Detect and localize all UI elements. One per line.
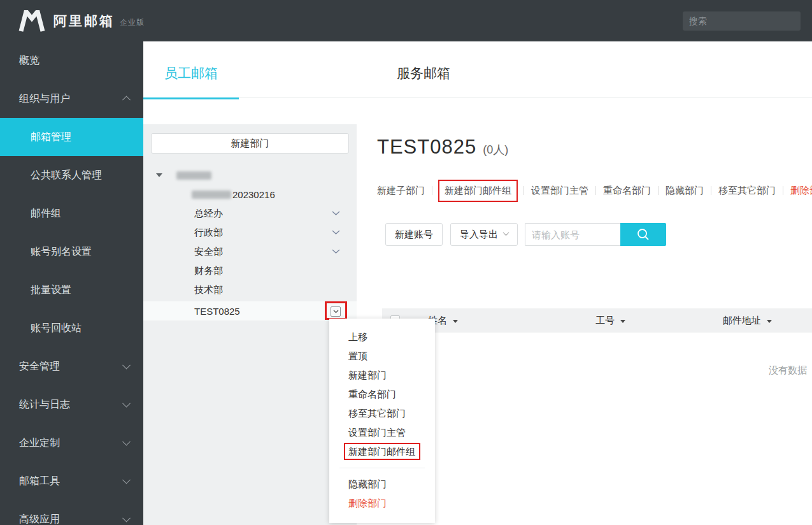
tree-row-20230216[interactable]: 20230216 bbox=[143, 185, 357, 204]
department-tree-panel: 新建部门 20230216 总经办 行政部 bbox=[143, 124, 357, 525]
department-name: TEST0825 bbox=[377, 136, 476, 159]
topbar: 阿里邮箱 企业版 bbox=[0, 0, 812, 41]
menu-item-rename-dept[interactable]: 重命名部门 bbox=[329, 385, 435, 404]
sidebar-item-mail-groups[interactable]: 邮件组 bbox=[0, 194, 143, 233]
tree-root-row[interactable] bbox=[143, 166, 357, 185]
separator bbox=[783, 186, 783, 195]
department-more-dropdown-button[interactable] bbox=[331, 306, 341, 317]
menu-divider bbox=[339, 468, 425, 468]
sidebar-item-account-recycle[interactable]: 账号回收站 bbox=[0, 309, 143, 347]
menu-item-move-dept[interactable]: 移至其它部门 bbox=[329, 404, 435, 423]
brand: 阿里邮箱 企业版 bbox=[18, 0, 145, 41]
caret-down-icon[interactable] bbox=[156, 173, 162, 177]
sidebar-item-label: 企业定制 bbox=[19, 437, 60, 448]
sidebar-item-batch-settings[interactable]: 批量设置 bbox=[0, 271, 143, 309]
account-search-input[interactable] bbox=[525, 223, 620, 246]
sidebar-item-public-contacts[interactable]: 公共联系人管理 bbox=[0, 156, 143, 194]
member-count: (0人) bbox=[483, 142, 508, 157]
empty-state-text: 没有数据 bbox=[769, 364, 807, 377]
separator bbox=[524, 186, 524, 195]
sidebar-item-org-users[interactable]: 组织与用户 bbox=[0, 80, 143, 118]
menu-item-new-dept-mailgroup[interactable]: 新建部门邮件组 bbox=[329, 442, 435, 461]
tree-row-label: 安全部 bbox=[194, 246, 223, 258]
new-department-button[interactable]: 新建部门 bbox=[151, 133, 349, 154]
chevron-down-icon bbox=[503, 229, 509, 236]
brand-edition: 企业版 bbox=[120, 17, 145, 28]
column-employee-id[interactable]: 工号 bbox=[595, 308, 625, 333]
topbar-search-input[interactable] bbox=[689, 16, 804, 26]
separator bbox=[595, 186, 596, 195]
tree-row-label: TEST0825 bbox=[194, 306, 240, 317]
menu-item-hide-dept[interactable]: 隐藏部门 bbox=[329, 475, 435, 494]
chevron-up-icon bbox=[122, 96, 131, 104]
sidebar-item-label: 高级应用 bbox=[19, 514, 60, 524]
redacted-company-name bbox=[176, 171, 211, 180]
alimail-logo-icon bbox=[18, 10, 46, 32]
sidebar-item-label: 统计与日志 bbox=[19, 399, 70, 410]
subdepartment-chevron-icon bbox=[332, 230, 340, 235]
main-content: 员工邮箱 服务邮箱 新建部门 20230216 总经办 行政部 bbox=[143, 41, 812, 525]
action-rename-dept[interactable]: 重命名部门 bbox=[603, 185, 651, 197]
tab-service-mailbox[interactable]: 服务邮箱 bbox=[376, 41, 471, 98]
action-new-dept-mailgroup[interactable]: 新建部门邮件组 bbox=[445, 185, 511, 197]
tree-row-security-dept[interactable]: 安全部 bbox=[143, 242, 357, 261]
chevron-down-icon bbox=[122, 438, 131, 446]
separator bbox=[658, 186, 659, 195]
menu-item-label: 新建部门邮件组 bbox=[348, 446, 415, 457]
action-delete-dept[interactable]: 删除部门 bbox=[790, 185, 812, 197]
tree-row-label: 20230216 bbox=[232, 189, 275, 200]
topbar-search-box[interactable] bbox=[683, 11, 801, 31]
sidebar-item-mail-tools[interactable]: 邮箱工具 bbox=[0, 462, 143, 500]
sidebar-item-advanced-apps[interactable]: 高级应用 bbox=[0, 500, 143, 525]
sidebar-item-overview[interactable]: 概览 bbox=[0, 41, 143, 80]
subdepartment-chevron-icon bbox=[332, 211, 340, 216]
sidebar-item-alias-settings[interactable]: 账号别名设置 bbox=[0, 233, 143, 271]
import-export-label: 导入导出 bbox=[460, 229, 498, 241]
tree-row-tech-dept[interactable]: 技术部 bbox=[143, 280, 357, 299]
sidebar-item-security[interactable]: 安全管理 bbox=[0, 347, 143, 385]
menu-item-pin-top[interactable]: 置顶 bbox=[329, 347, 435, 366]
tree-row-admin-dept[interactable]: 行政部 bbox=[143, 223, 357, 242]
sidebar-item-mailbox-management[interactable]: 邮箱管理 bbox=[0, 118, 143, 156]
menu-item-new-dept[interactable]: 新建部门 bbox=[329, 366, 435, 385]
action-set-dept-manager[interactable]: 设置部门主管 bbox=[531, 185, 588, 197]
sidebar-item-enterprise-custom[interactable]: 企业定制 bbox=[0, 424, 143, 462]
menu-item-set-manager[interactable]: 设置部门主管 bbox=[329, 423, 435, 442]
department-title: TEST0825 (0人) bbox=[377, 136, 508, 161]
sidebar-item-label: 安全管理 bbox=[19, 361, 60, 371]
department-tree: 20230216 总经办 行政部 安全部 财务部 bbox=[143, 166, 357, 320]
chevron-down-icon bbox=[122, 514, 131, 522]
action-move-dept[interactable]: 移至其它部门 bbox=[718, 185, 776, 197]
tree-row-test0825[interactable]: TEST0825 bbox=[143, 301, 357, 320]
sidebar-item-stats-logs[interactable]: 统计与日志 bbox=[0, 385, 143, 424]
sort-caret-icon bbox=[620, 320, 625, 323]
tab-employee-mailbox[interactable]: 员工邮箱 bbox=[143, 41, 239, 98]
sort-caret-icon bbox=[453, 320, 458, 323]
chevron-down-icon bbox=[333, 310, 339, 313]
menu-item-delete-dept[interactable]: 删除部门 bbox=[329, 494, 435, 513]
menu-item-move-up[interactable]: 上移 bbox=[329, 327, 435, 347]
sidebar-item-label: 组织与用户 bbox=[19, 93, 70, 104]
search-icon bbox=[636, 227, 650, 241]
sidebar: 概览 组织与用户 邮箱管理 公共联系人管理 邮件组 账号别名设置 批量设置 账号… bbox=[0, 41, 143, 525]
column-label: 工号 bbox=[595, 315, 615, 327]
import-export-button[interactable]: 导入导出 bbox=[450, 223, 518, 246]
annotation-box-new-dept-mailgroup: 新建部门邮件组 bbox=[438, 180, 518, 202]
subdepartment-chevron-icon bbox=[332, 249, 340, 254]
tree-row-label: 财务部 bbox=[194, 265, 223, 277]
column-email-address[interactable]: 邮件地址 bbox=[723, 308, 772, 333]
chevron-down-icon bbox=[122, 476, 131, 484]
action-new-subdepartment[interactable]: 新建子部门 bbox=[377, 185, 425, 197]
annotation-box-menu-item: 新建部门邮件组 bbox=[344, 443, 420, 460]
new-account-button[interactable]: 新建账号 bbox=[385, 223, 443, 246]
sort-caret-icon bbox=[767, 320, 772, 323]
tree-row-general-office[interactable]: 总经办 bbox=[143, 204, 357, 223]
account-toolbar: 新建账号 导入导出 bbox=[385, 223, 666, 246]
tree-row-label: 总经办 bbox=[194, 208, 223, 220]
brand-name: 阿里邮箱 bbox=[53, 12, 115, 30]
tree-row-finance-dept[interactable]: 财务部 bbox=[143, 261, 357, 280]
sidebar-item-label: 邮箱工具 bbox=[19, 475, 60, 486]
account-search-button[interactable] bbox=[620, 223, 666, 246]
action-hide-dept[interactable]: 隐藏部门 bbox=[666, 185, 704, 197]
department-actions: 新建子部门 新建部门邮件组 设置部门主管 重命名部门 隐藏部门 移至其它部门 删… bbox=[377, 179, 812, 202]
